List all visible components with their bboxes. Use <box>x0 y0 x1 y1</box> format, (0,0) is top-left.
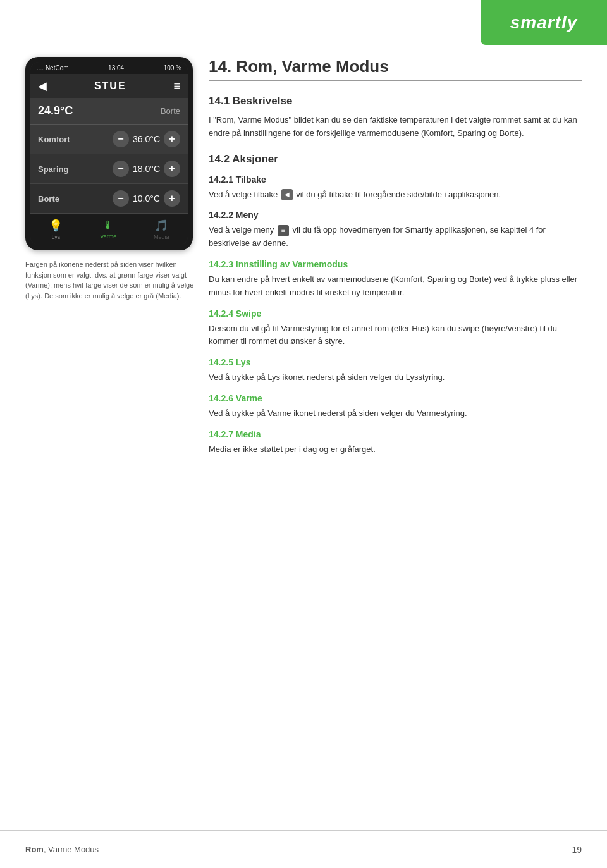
title-divider <box>209 80 582 81</box>
section-14-2-1-after: vil du gå tilbake til foregående side/bi… <box>294 190 501 199</box>
smartly-logo: smartly <box>510 13 578 33</box>
phone-nav-lys-label: Lys <box>52 234 61 240</box>
phone-komfort-label: Komfort <box>38 135 73 144</box>
phone-sparing-minus[interactable]: − <box>113 161 129 177</box>
section-14-2-6-body: Ved å trykke på Varme ikonet nederst på … <box>209 407 582 420</box>
phone-nav-lys[interactable]: 💡 Lys <box>49 219 63 240</box>
phone-sparing-row: Sparing − 18.0°C + <box>30 154 188 184</box>
section-14-2-heading: 14.2 Aksjoner <box>209 153 582 166</box>
phone-current-temp-row: 24.9°C Borte <box>30 98 188 125</box>
phone-nav-varme-label: Varme <box>100 233 116 240</box>
media-icon: 🎵 <box>154 219 168 233</box>
phone-nav-media-label: Media <box>154 234 169 240</box>
phone-caption: Fargen på ikonene nederst på siden viser… <box>25 259 196 301</box>
phone-komfort-value: 36.0°C <box>133 134 160 144</box>
phone-borte-controls: − 10.0°C + <box>113 190 180 207</box>
phone-title-bar: ◀ STUE ≡ <box>30 74 188 98</box>
phone-back-button[interactable]: ◀ <box>38 79 47 93</box>
phone-komfort-minus[interactable]: − <box>113 131 129 147</box>
section-14-2-7-heading: 14.2.7 Media <box>209 429 582 439</box>
phone-sparing-controls: − 18.0°C + <box>113 161 180 177</box>
phone-mockup: .... NetCom 13:04 100 % ◀ STUE ≡ 24.9°C … <box>25 57 193 250</box>
menu-button-icon: ≡ <box>278 225 289 236</box>
phone-komfort-controls: − 36.0°C + <box>113 131 180 147</box>
content-column: 14. Rom, Varme Modus 14.1 Beskrivelse I … <box>209 57 582 462</box>
phone-carrier: .... NetCom <box>37 64 69 71</box>
phone-current-temp: 24.9°C <box>38 104 73 118</box>
section-14-2-6-heading: 14.2.6 Varme <box>209 393 582 403</box>
section-14-2-1-before: Ved å velge tilbake <box>209 190 280 199</box>
phone-nav-varme[interactable]: 🌡 Varme <box>100 219 116 240</box>
phone-time: 13:04 <box>108 64 124 71</box>
phone-mockup-column: .... NetCom 13:04 100 % ◀ STUE ≡ 24.9°C … <box>25 57 196 301</box>
phone-battery: 100 % <box>164 64 181 71</box>
footer-left: Rom, Varme Modus <box>25 845 99 854</box>
section-14-2-1-body: Ved å velge tilbake ◀ vil du gå tilbake … <box>209 188 582 202</box>
varme-icon: 🌡 <box>102 219 114 232</box>
phone-sparing-value: 18.0°C <box>133 164 160 174</box>
section-14-1-heading: 14.1 Beskrivelse <box>209 95 582 107</box>
section-14-2-2-heading: 14.2.2 Meny <box>209 210 582 220</box>
phone-borte-row: Borte − 10.0°C + <box>30 184 188 214</box>
section-14-2-5-body: Ved å trykke på Lys ikonet nederst på si… <box>209 371 582 384</box>
back-button-icon: ◀ <box>281 189 293 200</box>
phone-status-bar: .... NetCom 13:04 100 % <box>30 62 188 74</box>
phone-nav-media[interactable]: 🎵 Media <box>154 219 169 240</box>
phone-borte-plus[interactable]: + <box>164 190 180 207</box>
footer: Rom, Varme Modus 19 <box>0 830 607 868</box>
section-14-1-body: I "Rom, Varme Modus" bildet kan du se de… <box>209 114 582 140</box>
phone-borte-minus[interactable]: − <box>113 190 129 207</box>
lys-icon: 💡 <box>49 219 63 233</box>
phone-sparing-label: Sparing <box>38 164 73 174</box>
section-14-2-3-heading: 14.2.3 Innstilling av Varmemodus <box>209 259 582 269</box>
phone-borte-label: Borte <box>38 194 73 204</box>
section-14-2-4-heading: 14.2.4 Swipe <box>209 309 582 319</box>
section-14-2-2-before: Ved å velge meny <box>209 225 276 235</box>
footer-page-number: 19 <box>572 845 582 855</box>
footer-title-rest: , Varme Modus <box>44 845 99 854</box>
phone-sparing-plus[interactable]: + <box>164 161 180 177</box>
section-14-2-2-body: Ved å velge meny ≡ vil du få opp hovedme… <box>209 224 582 250</box>
phone-menu-button[interactable]: ≡ <box>173 80 180 93</box>
phone-room-title: STUE <box>47 80 173 92</box>
phone-current-status: Borte <box>161 106 180 116</box>
phone-bottom-nav: 💡 Lys 🌡 Varme 🎵 Media <box>30 214 188 245</box>
phone-komfort-plus[interactable]: + <box>164 131 180 147</box>
section-14-2-7-body: Media er ikke støttet per i dag og er gr… <box>209 443 582 456</box>
section-14-2-3-body: Du kan endre på hvert enkelt av varmemod… <box>209 273 582 300</box>
section-14-2-1-heading: 14.2.1 Tilbake <box>209 174 582 185</box>
phone-screen: .... NetCom 13:04 100 % ◀ STUE ≡ 24.9°C … <box>30 62 188 245</box>
page-title: 14. Rom, Varme Modus <box>209 57 582 76</box>
section-14-2-5-heading: 14.2.5 Lys <box>209 357 582 367</box>
smartly-logo-container: smartly <box>481 0 607 45</box>
section-14-2-4-body: Dersom du vil gå til Varmestyring for et… <box>209 322 582 349</box>
phone-komfort-row: Komfort − 36.0°C + <box>30 125 188 154</box>
footer-title-bold: Rom <box>25 845 44 854</box>
phone-borte-value: 10.0°C <box>133 193 160 204</box>
